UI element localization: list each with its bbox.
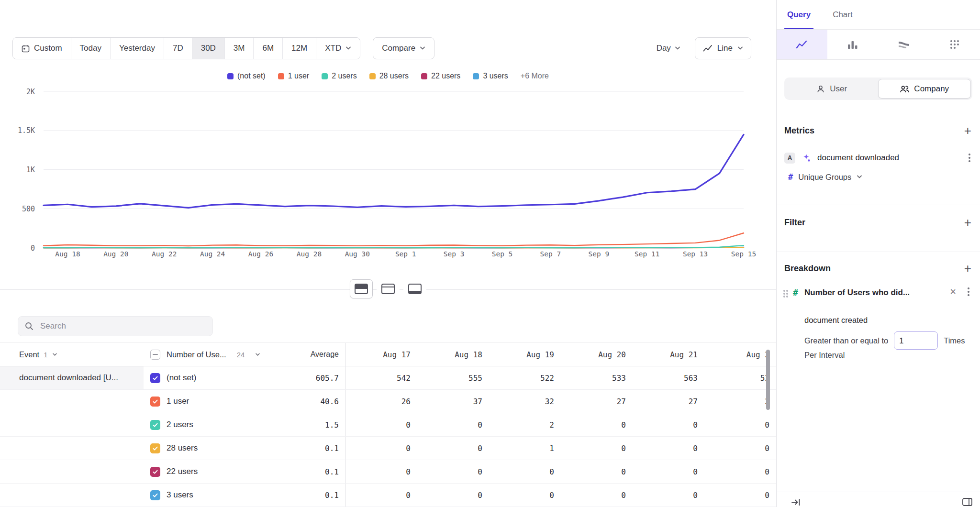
table-body: document downloaded [U...(not set)605.75… [0, 366, 776, 507]
series-checkbox[interactable] [150, 373, 160, 383]
drag-handle-icon[interactable] [783, 290, 785, 292]
average-value: 0.1 [270, 437, 345, 460]
date-range-label: 12M [291, 44, 307, 53]
data-value: 0 [417, 460, 489, 483]
average-value: 40.6 [270, 390, 345, 413]
remove-breakdown-button[interactable]: × [947, 286, 959, 298]
date-range-30d[interactable]: 30D [192, 38, 224, 59]
date-range-12m[interactable]: 12M [282, 38, 316, 59]
date-column-header[interactable]: Aug 17 [345, 343, 417, 366]
series-checkbox[interactable] [150, 467, 160, 477]
legend-more[interactable]: +6 More [521, 72, 549, 80]
table-row[interactable]: 1 user40.626373227272 [0, 390, 776, 413]
line-chart: 05001K1.5K2KAug 18Aug 20Aug 22Aug 24Aug … [0, 86, 776, 258]
date-range-label: Yesterday [119, 44, 155, 53]
tab-chart[interactable]: Chart [830, 0, 856, 29]
layout-chart-button[interactable] [377, 279, 400, 298]
metric-menu-button[interactable] [966, 154, 973, 162]
metric-item[interactable]: A document downloaded # Unique Groups [784, 149, 973, 187]
legend-swatch [278, 73, 284, 79]
y-axis-label: 2K [26, 88, 35, 96]
date-range-yesterday[interactable]: Yesterday [110, 38, 164, 59]
chart-type-dropdown[interactable]: Line [695, 37, 751, 59]
table-row[interactable]: 2 users1.5002000 [0, 413, 776, 437]
date-range-custom[interactable]: Custom [13, 38, 71, 59]
event-cell [0, 390, 144, 413]
table-scrollbar[interactable] [766, 350, 770, 410]
date-range-3m[interactable]: 3M [224, 38, 254, 59]
search-input[interactable] [39, 321, 206, 331]
panel-footer [777, 492, 980, 507]
date-range-xtd[interactable]: XTD [316, 38, 360, 59]
date-column-header[interactable]: Aug 21 [633, 343, 704, 366]
add-filter-button[interactable]: + [962, 216, 973, 229]
legend-item[interactable]: 3 users [473, 72, 508, 80]
event-count: 1 [44, 351, 47, 359]
series-checkbox[interactable] [150, 397, 160, 407]
legend-swatch [322, 73, 328, 79]
table-row[interactable]: document downloaded [U...(not set)605.75… [0, 366, 776, 390]
date-range-label: 7D [173, 44, 183, 53]
chart-type-more-button[interactable] [929, 30, 980, 59]
series-checkbox[interactable] [150, 443, 160, 453]
event-column-header[interactable]: Event 1 [0, 343, 144, 366]
entity-user-button[interactable]: User [786, 79, 878, 99]
chevron-down-icon [420, 46, 425, 50]
data-value: 0 [561, 460, 633, 483]
legend-item[interactable]: (not set) [227, 72, 266, 80]
series-column-header[interactable]: Number of Use... 24 [144, 343, 270, 366]
metric-aggregation-row[interactable]: # Unique Groups [788, 170, 973, 184]
legend-item[interactable]: 2 users [322, 72, 356, 80]
y-axis-label: 500 [22, 205, 35, 213]
entity-company-button[interactable]: Company [878, 79, 971, 99]
legend-item[interactable]: 28 users [369, 72, 409, 80]
toggle-sidebar-button[interactable] [959, 495, 975, 507]
table-row[interactable]: 3 users0.1000000 [0, 484, 776, 507]
date-column-header[interactable]: Aug 20 [561, 343, 633, 366]
data-value: 27 [633, 390, 704, 413]
series-checkbox[interactable] [150, 490, 160, 500]
data-value: 53 [704, 366, 776, 389]
chart-line [44, 233, 744, 246]
layout-table-button[interactable] [403, 279, 426, 298]
legend-item[interactable]: 1 user [278, 72, 309, 80]
data-value: 563 [633, 366, 704, 389]
series-name: 1 user [167, 397, 189, 406]
date-column-header[interactable]: Aug 2 [704, 343, 776, 366]
data-value: 0 [633, 460, 704, 483]
chevron-down-icon [675, 46, 680, 50]
series-checkbox[interactable] [150, 420, 160, 430]
condition-value-input[interactable] [894, 331, 938, 350]
add-breakdown-button[interactable]: + [962, 262, 973, 275]
select-all-checkbox[interactable] [150, 350, 160, 360]
breakdown-property-name[interactable]: Number of Users who did... [804, 288, 910, 298]
breakdown-menu-button[interactable] [965, 288, 972, 296]
table-row[interactable]: 28 users0.1001000 [0, 437, 776, 460]
date-range-7d[interactable]: 7D [164, 38, 192, 59]
date-column-header[interactable]: Aug 18 [417, 343, 489, 366]
chart-line [44, 134, 744, 208]
average-column-header[interactable]: Average [270, 343, 345, 366]
date-range-today[interactable]: Today [71, 38, 110, 59]
layout-split-button[interactable] [350, 279, 373, 298]
collapse-panel-button[interactable] [788, 495, 804, 507]
legend-item[interactable]: 22 users [421, 72, 460, 80]
x-axis-label: Aug 24 [200, 250, 225, 258]
series-label-cell: 22 users [144, 460, 270, 483]
chart-type-label: Line [717, 44, 733, 53]
chart-type-flow-button[interactable] [879, 30, 929, 59]
add-metric-button[interactable]: + [962, 124, 973, 137]
chart-type-bar-button[interactable] [827, 30, 878, 59]
data-value: 0 [417, 413, 489, 436]
granularity-dropdown[interactable]: Day [654, 37, 683, 59]
chart-type-line-button[interactable] [777, 30, 827, 59]
table-row[interactable]: 22 users0.1000000 [0, 460, 776, 484]
event-cell[interactable]: document downloaded [U... [0, 366, 144, 389]
metric-letter-badge: A [784, 153, 795, 164]
compare-button[interactable]: Compare [373, 37, 434, 59]
date-range-6m[interactable]: 6M [253, 38, 282, 59]
tab-query[interactable]: Query [784, 0, 813, 29]
aggregation-label: Unique Groups [798, 173, 851, 182]
grid-dots-icon [949, 39, 960, 50]
date-column-header[interactable]: Aug 19 [489, 343, 561, 366]
